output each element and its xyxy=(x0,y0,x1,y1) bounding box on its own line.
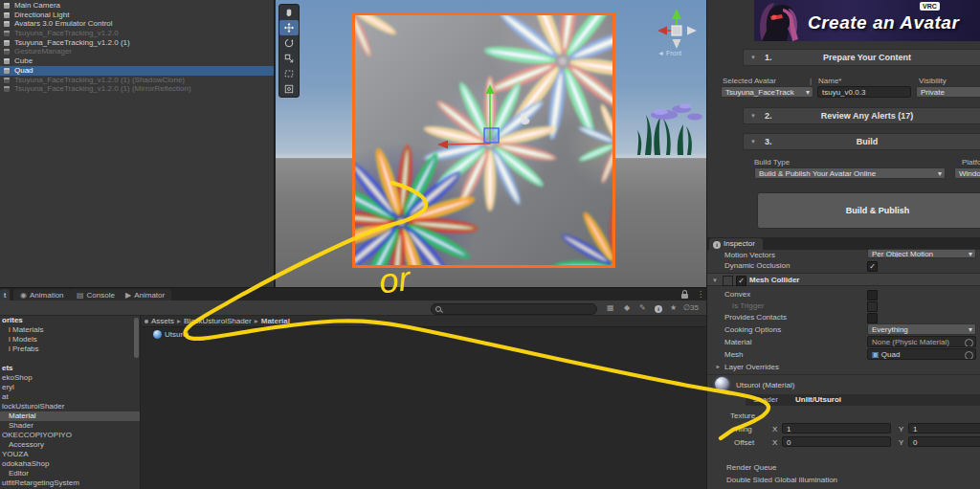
info-icon[interactable] xyxy=(655,303,665,313)
hierarchy-item[interactable]: Cube xyxy=(0,56,274,66)
build-publish-button[interactable]: Build & Publish xyxy=(757,192,980,229)
panel-menu-icon[interactable] xyxy=(697,290,704,299)
tab-inspector[interactable]: Inspector xyxy=(709,238,763,250)
material-header[interactable]: Utsuroi (Material) xyxy=(707,379,980,394)
layer-overrides-foldout-icon[interactable] xyxy=(713,365,722,370)
hierarchy-item-label: Tsuyuna_FaceTracking_v1.2.0 xyxy=(14,29,119,37)
visibility-label: Visibility xyxy=(919,77,947,85)
hierarchy-item-label: Tsuyuna_FaceTracking_v1.2.0 (1) (ShadowC… xyxy=(14,76,185,84)
selected-avatar-dropdown[interactable]: Tsuyuna_FaceTrack xyxy=(721,86,813,98)
folder-item[interactable]: Shader xyxy=(0,421,140,431)
scene-view[interactable]: Front xyxy=(276,0,706,287)
hierarchy-item[interactable]: GestureManager xyxy=(0,47,274,56)
move-tool-icon[interactable] xyxy=(279,20,299,35)
gameobject-icon xyxy=(4,49,10,55)
favorite-item[interactable]: l Prefabs xyxy=(0,345,140,354)
section-review-alerts[interactable]: 2. Review Any Alerts (17) xyxy=(743,107,980,124)
convex-checkbox[interactable] xyxy=(867,290,878,300)
folder-item[interactable]: Accessory xyxy=(0,440,140,450)
transform-tool-icon[interactable] xyxy=(279,81,299,97)
section-build[interactable]: 3. Build xyxy=(743,133,980,150)
shader-value[interactable]: Unlit/Utsuroi xyxy=(795,395,841,404)
offset-y-field[interactable]: 0 xyxy=(908,436,980,447)
hierarchy-item[interactable]: Directional Light xyxy=(0,11,274,20)
gizmo-view-label[interactable]: Front xyxy=(657,50,681,56)
provides-contacts-checkbox[interactable] xyxy=(867,313,878,323)
gameobject-icon xyxy=(4,3,10,9)
scale-tool-icon[interactable] xyxy=(279,51,299,66)
physic-material-field[interactable]: None (Physic Material) xyxy=(867,336,976,347)
tiling-y-field[interactable]: 1 xyxy=(908,423,980,433)
edit-icon[interactable]: ✎ xyxy=(639,303,646,312)
dynamic-occlusion-checkbox[interactable] xyxy=(867,261,878,272)
lock-icon[interactable] xyxy=(681,292,688,300)
project-content-area: AssetsBlockUsturoiShaderMaterial Utsuroi xyxy=(142,316,708,489)
hierarchy-item[interactable]: Tsuyuna_FaceTracking_v1.2.0 xyxy=(0,29,274,38)
x-label: X xyxy=(772,425,777,433)
favorite-item[interactable]: l Materials xyxy=(0,325,140,335)
search-by-type-icon[interactable]: ▦ xyxy=(607,303,614,312)
build-type-label: Build Type xyxy=(754,158,790,167)
folder-item[interactable]: utfitRetargetingSystem xyxy=(0,478,140,488)
mesh-label: Mesh xyxy=(724,350,744,359)
cooking-options-dropdown[interactable]: Everything xyxy=(867,323,976,335)
hierarchy-item-label: Quad xyxy=(14,66,33,75)
scene-orientation-gizmo[interactable] xyxy=(654,6,700,52)
mesh-collider-header[interactable]: Mesh Collider xyxy=(707,273,980,286)
folder-item[interactable]: YOUZA xyxy=(0,450,140,459)
cooking-options-label: Cooking Options xyxy=(724,325,781,334)
folder-item[interactable]: eryl xyxy=(0,383,140,392)
hand-tool-icon[interactable] xyxy=(279,5,299,20)
offset-x-field[interactable]: 0 xyxy=(782,436,891,447)
breadcrumb-current[interactable]: Material xyxy=(261,317,290,325)
build-type-dropdown[interactable]: Build & Publish Your Avatar Online xyxy=(754,167,946,179)
visibility-dropdown[interactable]: Private xyxy=(916,86,980,98)
hidden-packages-icon[interactable]: ∅35 xyxy=(683,303,699,312)
selected-quad-object[interactable] xyxy=(352,12,615,268)
gameobject-icon xyxy=(4,31,10,36)
hierarchy-item[interactable]: Tsuyuna_FaceTracking_v1.2.0 (1) xyxy=(0,38,274,48)
hierarchy-item-label: Tsuyuna_FaceTracking_v1.2.0 (1) (MirrorR… xyxy=(14,84,191,93)
hierarchy-item[interactable]: Tsuyuna_FaceTracking_v1.2.0 (1) (MirrorR… xyxy=(0,84,274,94)
hierarchy-item-label: Directional Light xyxy=(14,11,69,19)
rotate-tool-icon[interactable] xyxy=(279,35,299,51)
hierarchy-item-selected[interactable]: Quad xyxy=(0,66,274,76)
folder-item-selected[interactable]: Material xyxy=(0,411,140,421)
motion-vectors-dropdown[interactable]: Per Object Motion xyxy=(867,249,976,258)
section-prepare-content[interactable]: 1. Prepare Your Content xyxy=(743,49,980,66)
y-label: Y xyxy=(899,438,903,447)
hierarchy-item[interactable]: Avatars 3.0 Emulator Control xyxy=(0,19,274,29)
favorites-star-icon[interactable]: ★ xyxy=(670,303,677,312)
project-folder-tree: orites l Materials l Models l Prefabs et… xyxy=(0,316,141,489)
folder-item[interactable]: OKECCOPIYOPIYO xyxy=(0,431,140,440)
is-trigger-checkbox[interactable] xyxy=(867,301,878,312)
layer-overrides-label[interactable]: Layer Overrides xyxy=(724,363,779,371)
folder-item[interactable]: lockUsturoiShader xyxy=(0,402,140,411)
avatar-name-input[interactable]: tsuyu_v0.0.3 xyxy=(817,86,911,98)
gameobject-icon xyxy=(4,86,10,92)
component-enabled-checkbox[interactable] xyxy=(736,276,746,286)
object-picker-icon[interactable] xyxy=(965,351,973,360)
gameobject-icon xyxy=(4,78,10,83)
foldout-icon[interactable] xyxy=(712,274,718,287)
folder-item[interactable]: Editor xyxy=(0,469,140,478)
folder-item[interactable]: ekoShop xyxy=(0,373,140,383)
folder-item[interactable]: at xyxy=(0,392,140,402)
tree-scrollbar[interactable] xyxy=(134,318,139,358)
vrc-banner: VRC Create an Avatar xyxy=(754,0,980,41)
favorite-item[interactable]: l Models xyxy=(0,335,140,345)
object-picker-icon[interactable] xyxy=(965,339,973,347)
asset-item-utsuroi[interactable]: Utsuroi xyxy=(153,330,189,339)
hierarchy-item[interactable]: Tsuyuna_FaceTracking_v1.2.0 (1) (ShadowC… xyxy=(0,76,274,85)
rect-tool-icon[interactable] xyxy=(279,66,299,81)
search-by-label-icon[interactable]: ◆ xyxy=(624,303,630,312)
breadcrumb-separator xyxy=(252,317,261,325)
folder-item[interactable]: odokahaShop xyxy=(0,459,140,469)
tiling-x-field[interactable]: 1 xyxy=(782,423,891,433)
hierarchy-item[interactable]: Main Camera xyxy=(0,1,274,11)
breadcrumb-folder[interactable]: BlockUsturoiShader xyxy=(184,317,252,325)
platform-dropdown[interactable]: Windows xyxy=(954,167,980,179)
search-input[interactable] xyxy=(431,303,597,315)
breadcrumb-assets[interactable]: Assets xyxy=(151,317,174,325)
mesh-field[interactable]: ▣ Quad xyxy=(867,348,976,360)
